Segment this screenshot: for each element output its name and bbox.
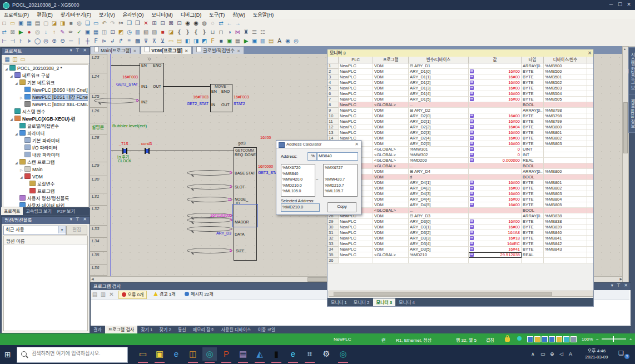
find-icon[interactable]: ◉ bbox=[183, 19, 192, 27]
monitor-cell[interactable]: 0 bbox=[469, 152, 522, 158]
monitor-cell[interactable] bbox=[469, 213, 522, 219]
project-props-icon[interactable]: ◪ bbox=[50, 19, 58, 27]
monitor-cell[interactable]: 36 bbox=[328, 258, 339, 263]
monitor-cell[interactable]: ARY_D3[0] bbox=[409, 219, 469, 225]
prev-result-icon[interactable]: ▤ bbox=[91, 291, 99, 298]
monitor-cell[interactable]: 16#00 bbox=[469, 197, 522, 202]
monitor-cell[interactable] bbox=[587, 230, 593, 236]
monitor-cell[interactable] bbox=[587, 174, 593, 180]
project-panel-controls[interactable]: ▾ ⊤ ✕ bbox=[70, 48, 88, 53]
messages-filter-button[interactable]: 메시지 22개 bbox=[182, 291, 216, 298]
monitor-cell[interactable]: VDM bbox=[373, 202, 409, 208]
monitor-cell[interactable]: %MB801 bbox=[544, 180, 587, 186]
errors-filter-button[interactable]: 오류 0개 bbox=[118, 291, 147, 299]
monitor-cell[interactable] bbox=[587, 186, 593, 191]
scroll-left-icon[interactable]: ◀ bbox=[91, 277, 94, 281]
expand-icon[interactable]: ⊼ bbox=[150, 37, 158, 45]
output-tab-5[interactable]: 메모리 참조 bbox=[190, 326, 218, 333]
monitor-cell[interactable]: VDM bbox=[373, 247, 409, 252]
address-list-item[interactable]: %MD210.0 bbox=[282, 183, 315, 189]
monitor-cell[interactable]: 16#00 bbox=[469, 136, 522, 141]
monitor-hscrollbar[interactable] bbox=[329, 291, 593, 297]
delete-icon[interactable]: ✕ bbox=[142, 19, 150, 27]
volume-mute-icon[interactable]: ◁ bbox=[559, 351, 563, 357]
mask-icon[interactable]: ◪ bbox=[167, 28, 175, 36]
monitor-cell[interactable]: 16#18 bbox=[469, 236, 522, 241]
monitor-cell[interactable]: ARY_D2[5] bbox=[409, 141, 469, 147]
monitor-cell[interactable]: ARY_D2[0] bbox=[409, 113, 469, 119]
monitor-cell[interactable]: BYTE bbox=[522, 91, 544, 97]
monitor-cell[interactable]: 16#00 bbox=[469, 141, 522, 147]
address-list-item[interactable]: %MB840 bbox=[282, 171, 315, 177]
monitor-cell[interactable]: %MB801 bbox=[544, 130, 587, 136]
monitor-cell[interactable]: ARY_D3[2] bbox=[409, 230, 469, 236]
skip-icon[interactable]: ▨ bbox=[150, 28, 158, 36]
monitor-cell[interactable]: ARY_D2[4] bbox=[409, 136, 469, 141]
monitor-cell[interactable]: %MB504 bbox=[544, 91, 587, 97]
monitor-cell[interactable]: 16#00 bbox=[469, 113, 522, 119]
monitor-cell[interactable] bbox=[587, 136, 593, 141]
monitor-cell[interactable] bbox=[587, 236, 593, 241]
address-list-item[interactable]: %MX6727 bbox=[325, 165, 357, 171]
monitor-cell[interactable]: NewPLC bbox=[339, 86, 373, 91]
monitor-col-header-5[interactable]: 타입 bbox=[522, 57, 544, 63]
monitor-cell[interactable]: NewPLC bbox=[339, 219, 373, 225]
monitor-cell[interactable] bbox=[587, 158, 593, 163]
zoom-in-button[interactable]: + bbox=[629, 337, 632, 342]
settings-gear-icon[interactable]: ⚙ bbox=[319, 347, 334, 361]
monitor-cell[interactable]: ARY_D1[2] bbox=[409, 80, 469, 86]
fb-panel-controls[interactable]: ▾ ⊤ ✕ bbox=[70, 217, 88, 222]
monitor-cell[interactable] bbox=[587, 69, 593, 74]
warnings-filter-button[interactable]: 경고 1개 bbox=[151, 291, 178, 298]
monitor-cell[interactable] bbox=[587, 124, 593, 130]
address-list-item[interactable]: %MD210.7 bbox=[325, 183, 357, 189]
editor-tab-1[interactable]: VDM[프로그램]✕ bbox=[141, 46, 192, 54]
tree-item-19[interactable]: 사용자 데이터 타입 bbox=[3, 202, 88, 207]
monitor-cell[interactable]: ⊟ ARY_D2 bbox=[409, 108, 469, 113]
monitor-cell[interactable]: BYTE bbox=[522, 136, 544, 141]
monitor-cell[interactable] bbox=[544, 152, 587, 158]
contact-no-icon[interactable]: ⊢ bbox=[0, 37, 8, 45]
cut-icon[interactable]: ✂ bbox=[117, 19, 125, 27]
monitor-cell[interactable]: BYTE bbox=[522, 141, 544, 147]
monitor-cell[interactable] bbox=[587, 108, 593, 113]
monitor-tab-0[interactable]: 모니터 1 bbox=[328, 298, 350, 306]
monitor-cell[interactable] bbox=[587, 191, 593, 197]
monitor-cell[interactable]: 7 bbox=[328, 97, 339, 102]
tree-item-1[interactable]: ◢네트워크 구성 bbox=[3, 72, 88, 79]
monitor-cell[interactable]: 16#00 bbox=[469, 219, 522, 225]
tree-item-8[interactable]: 글로벌/직접변수 bbox=[3, 123, 88, 130]
monitor-cell[interactable]: %MB839 bbox=[544, 225, 587, 230]
tree-item-15[interactable]: ◢VDM bbox=[3, 173, 88, 181]
internet-explorer-icon[interactable]: e bbox=[169, 347, 183, 361]
monitor-cell[interactable]: 16#00 bbox=[469, 191, 522, 197]
monitor-cell[interactable]: 10 bbox=[328, 113, 339, 119]
monitor-cell[interactable]: 6 bbox=[328, 91, 339, 97]
monitor-col-header-1[interactable]: PLC bbox=[339, 57, 373, 63]
monitor-cell[interactable]: 16#00 bbox=[469, 225, 522, 230]
monitor-col-header-7[interactable]: 설명 bbox=[587, 57, 593, 63]
monitor-cell[interactable]: <GLOBAL> bbox=[373, 147, 409, 152]
monitor-cell[interactable]: %MB838 bbox=[544, 213, 587, 219]
rung-comment-text[interactable]: Bubbler level(ect) bbox=[112, 124, 147, 128]
contact-n-icon[interactable]: ⊧ bbox=[25, 37, 33, 45]
monitor-cell[interactable]: BOOL bbox=[522, 163, 544, 169]
contact-nc-icon[interactable]: ⊣ bbox=[8, 37, 17, 45]
monitor-cell[interactable]: NewPLC bbox=[339, 130, 373, 136]
monitor-cell[interactable]: %MB500 bbox=[544, 63, 587, 69]
monitor-cell[interactable]: <GLOBAL> bbox=[373, 152, 409, 158]
project-tab-0[interactable]: 프로젝트 bbox=[1, 207, 23, 215]
monitor-cell[interactable]: ⊟ ARY_D1 bbox=[409, 63, 469, 69]
monitor-cell[interactable]: VDM bbox=[373, 186, 409, 191]
maximize-button[interactable]: ☐ bbox=[616, 2, 624, 7]
status-win7-icon[interactable] bbox=[570, 336, 577, 342]
save-icon[interactable]: ▣ bbox=[17, 19, 25, 27]
tree-item-5[interactable]: NewPLC [B0S2 XBL-CMEA] bbox=[3, 101, 88, 108]
monitor-cell[interactable]: ARRAY[0.. bbox=[522, 169, 544, 174]
globe-icon[interactable]: ⊕ bbox=[550, 351, 554, 357]
monitor-cell[interactable]: %MB804 bbox=[544, 197, 587, 202]
check-panel-controls[interactable]: ▾ ⊤ ✕ bbox=[611, 283, 629, 288]
monitor-cell[interactable]: %MD210 bbox=[409, 252, 469, 258]
menu-item-9[interactable]: 도움말(H) bbox=[249, 10, 277, 18]
file-explorer-icon[interactable]: ▭ bbox=[136, 347, 150, 361]
